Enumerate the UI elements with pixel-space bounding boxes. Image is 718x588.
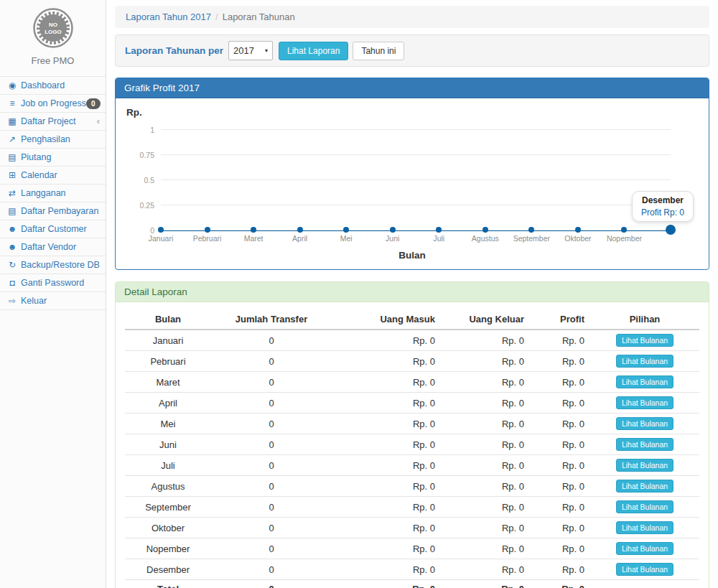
- cell-bulan: Pebruari: [125, 351, 211, 372]
- x-tick-label: Januari: [149, 234, 173, 243]
- cell-pilihan: Lihat Bulanan: [590, 559, 699, 580]
- column-header-uang-masuk: Uang Masuk: [332, 309, 441, 330]
- svg-text:NO: NO: [49, 22, 57, 28]
- lihat-bulanan-button[interactable]: Lihat Bulanan: [616, 480, 673, 493]
- lihat-bulanan-button[interactable]: Lihat Bulanan: [616, 542, 673, 555]
- sidebar-item-calendar[interactable]: ⊞Calendar: [0, 167, 106, 185]
- sidebar-item-keluar[interactable]: ⇨Keluar: [0, 292, 106, 310]
- sidebar-item-daftar-vendor[interactable]: ☻Daftar Vendor: [0, 238, 106, 256]
- sidebar-item-label: Piutang: [21, 151, 51, 163]
- lihat-bulanan-button[interactable]: Lihat Bulanan: [616, 563, 673, 576]
- cell-pilihan: Lihat Bulanan: [590, 476, 699, 497]
- y-tick-label: 0.75: [140, 151, 154, 159]
- sidebar-item-dashboard[interactable]: ◉Dashboard: [0, 77, 106, 95]
- data-point-agustus[interactable]: [482, 227, 488, 233]
- sidebar-item-daftar-pembayaran[interactable]: ▤Daftar Pembayaran: [0, 202, 106, 220]
- sidebar-menu: ◉Dashboard≡Job on Progress0▦Daftar Proje…: [0, 76, 106, 310]
- y-tick-label: 0.5: [144, 176, 154, 185]
- data-point-maret[interactable]: [251, 227, 256, 233]
- x-tick-label: Oktober: [564, 234, 591, 243]
- users-icon: ☻: [6, 223, 18, 235]
- cell-uang-masuk: Rp. 0: [332, 351, 441, 372]
- cell-profit: Rp. 0: [530, 476, 590, 497]
- cell-uang-keluar: Rp. 0: [441, 559, 530, 580]
- cell-bulan: Nopember: [125, 538, 211, 559]
- cell-bulan: Maret: [125, 372, 211, 393]
- brand-name: Free PMO: [0, 51, 106, 76]
- data-point-pebruari[interactable]: [205, 227, 210, 233]
- cell-pilihan: Lihat Bulanan: [590, 497, 699, 518]
- lihat-bulanan-button[interactable]: Lihat Bulanan: [616, 417, 673, 430]
- cell-profit: Rp. 0: [530, 559, 590, 580]
- lihat-bulanan-button[interactable]: Lihat Bulanan: [616, 521, 673, 534]
- sidebar-item-label: Daftar Project: [21, 116, 75, 127]
- data-point-oktober[interactable]: [575, 227, 581, 233]
- lihat-bulanan-button[interactable]: Lihat Bulanan: [616, 355, 673, 368]
- cell-pilihan: Lihat Bulanan: [590, 330, 699, 351]
- cell-profit: Rp. 0: [530, 434, 590, 455]
- breadcrumb-separator: /: [215, 11, 218, 22]
- cell-uang-masuk: Rp. 0: [332, 559, 441, 580]
- data-point-juni[interactable]: [390, 227, 396, 233]
- x-tick-label: Agustus: [472, 234, 499, 243]
- sidebar-item-daftar-customer[interactable]: ☻Daftar Customer: [0, 220, 106, 238]
- cell-jumlah-transfer: 0: [211, 351, 332, 372]
- breadcrumb-link-laporan-tahun[interactable]: Laporan Tahun 2017: [126, 11, 211, 22]
- tooltip-month: Desember: [641, 195, 684, 205]
- sidebar-item-ganti-password[interactable]: ◘Ganti Password: [0, 274, 106, 292]
- data-point-januari[interactable]: [158, 227, 164, 233]
- tahun-ini-button[interactable]: Tahun ini: [353, 42, 404, 60]
- data-point-september[interactable]: [528, 227, 534, 233]
- app-layout: NO LOGO Free PMO ◉Dashboard≡Job on Progr…: [0, 0, 718, 588]
- cell-uang-masuk: Rp. 0: [332, 330, 441, 351]
- cell-uang-masuk: Rp. 0: [332, 518, 441, 538]
- cell-jumlah-transfer: 0: [211, 434, 332, 455]
- lihat-laporan-button[interactable]: Lihat Laporan: [279, 42, 348, 60]
- cell-uang-masuk: Rp. 0: [332, 538, 441, 559]
- sidebar-item-langganan[interactable]: ⇄Langganan: [0, 185, 106, 202]
- data-point-mei[interactable]: [343, 227, 349, 233]
- data-point-juli[interactable]: [436, 227, 442, 233]
- cell-profit: Rp. 0: [530, 497, 590, 518]
- lihat-bulanan-button[interactable]: Lihat Bulanan: [616, 438, 673, 451]
- cell-uang-masuk: Rp. 0: [332, 455, 441, 476]
- lihat-bulanan-button[interactable]: Lihat Bulanan: [616, 396, 673, 409]
- count-badge: 0: [86, 98, 101, 109]
- table-row-oktober: Oktober0Rp. 0Rp. 0Rp. 0Lihat Bulanan: [125, 518, 699, 538]
- cell-pilihan: [590, 580, 699, 588]
- cell-jumlah-transfer: 0: [211, 538, 332, 559]
- no-logo-image: NO LOGO: [32, 7, 74, 49]
- breadcrumb: Laporan Tahun 2017/Laporan Tahunan: [115, 6, 709, 28]
- cell-bulan: Total: [125, 580, 211, 588]
- table-row-juli: Juli0Rp. 0Rp. 0Rp. 0Lihat Bulanan: [125, 455, 699, 476]
- x-tick-label: Pebruari: [193, 234, 222, 243]
- money-icon: ▤: [6, 151, 18, 163]
- sidebar-item-job-on-progress[interactable]: ≡Job on Progress0: [0, 95, 106, 113]
- sidebar-item-daftar-project[interactable]: ▦Daftar Project‹: [0, 113, 106, 131]
- lihat-bulanan-button[interactable]: Lihat Bulanan: [616, 334, 673, 347]
- cell-pilihan: Lihat Bulanan: [590, 372, 699, 393]
- chart-line-icon: ↗: [6, 134, 18, 145]
- lihat-bulanan-button[interactable]: Lihat Bulanan: [616, 459, 673, 472]
- cell-profit: Rp. 0: [530, 518, 590, 538]
- data-point-nopember[interactable]: [621, 227, 627, 233]
- cell-pilihan: Lihat Bulanan: [590, 351, 699, 372]
- table-row-september: September0Rp. 0Rp. 0Rp. 0Lihat Bulanan: [125, 497, 699, 518]
- svg-text:LOGO: LOGO: [45, 29, 62, 35]
- lihat-bulanan-button[interactable]: Lihat Bulanan: [616, 500, 673, 513]
- sidebar-item-label: Daftar Pembayaran: [21, 205, 98, 217]
- main-content: Laporan Tahun 2017/Laporan Tahunan Lapor…: [106, 0, 718, 588]
- cell-jumlah-transfer: 0: [211, 559, 332, 580]
- breadcrumb-current: Laporan Tahunan: [223, 11, 295, 22]
- sidebar-item-backup-restore-db[interactable]: ↻Backup/Restore DB: [0, 256, 106, 274]
- filter-label: Laporan Tahunan per: [125, 45, 223, 56]
- sidebar-item-penghasilan[interactable]: ↗Penghasilan: [0, 131, 106, 149]
- cell-jumlah-transfer: 0: [211, 580, 332, 588]
- sidebar-item-piutang[interactable]: ▤Piutang: [0, 149, 106, 167]
- table-row-pebruari: Pebruari0Rp. 0Rp. 0Rp. 0Lihat Bulanan: [125, 351, 699, 372]
- cell-pilihan: Lihat Bulanan: [590, 518, 699, 538]
- data-point-desember[interactable]: [666, 225, 676, 235]
- lihat-bulanan-button[interactable]: Lihat Bulanan: [616, 375, 673, 388]
- year-select[interactable]: 2017 ▾: [228, 41, 273, 60]
- data-point-april[interactable]: [297, 227, 303, 233]
